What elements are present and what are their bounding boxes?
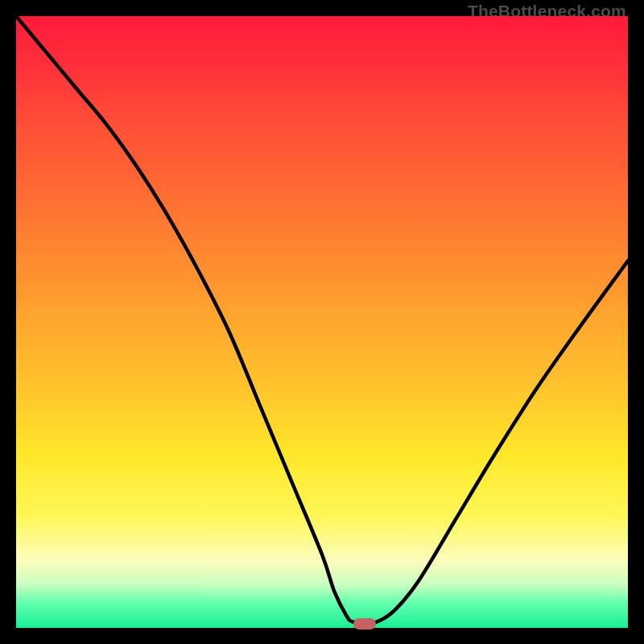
chart-frame: TheBottleneck.com	[0, 0, 644, 644]
optimal-point-marker	[353, 618, 376, 630]
plot-area	[16, 16, 628, 628]
bottleneck-curve	[16, 16, 628, 628]
